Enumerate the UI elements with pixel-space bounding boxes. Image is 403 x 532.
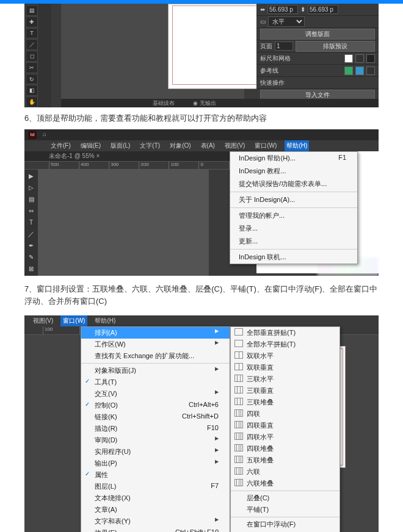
layout-icon [234,340,243,347]
canvas-area [61,4,244,101]
line-tool-icon[interactable]: ／ [26,229,37,240]
menu-item[interactable]: 帮助(H) [285,140,309,151]
arrange-menu-item[interactable]: 六联堆叠 [231,478,339,489]
window-menu-item[interactable]: 查找有关 Exchange 的扩展功能... [81,350,230,362]
window-menu-item[interactable]: ✓属性 [81,469,230,481]
pencil-tool-icon[interactable]: ✎ [26,252,37,263]
layout-icon [234,386,243,394]
window-menu-item[interactable]: 实用程序(U) [81,446,230,458]
window-menu-item[interactable]: 文章(A) [81,504,230,516]
pen-tool-icon[interactable]: ✒ [26,240,37,251]
tool-item[interactable]: ✋ [26,96,38,107]
caption-6: 6、顶部是帮助功能，需要查看功能和教程就可以打开官方的帮助内容 [24,112,379,124]
window-menu-item[interactable]: 描边(R)F10 [81,423,230,434]
tool-item[interactable]: ▤ [26,5,38,16]
help-menu-item[interactable]: 更新... [230,235,357,248]
window-menu-item[interactable]: 效果(E)Ctrl+Shift+F10 [81,527,230,532]
window-dropdown-menu: 排列(A)工作区(W)查找有关 Exchange 的扩展功能...对象和版面(J… [81,326,230,532]
swatch-icon[interactable] [366,66,375,75]
home-icon[interactable]: ⌂ [40,131,49,139]
arrange-menu-item[interactable]: 三联堆叠 [231,397,339,408]
swatch-icon[interactable] [355,66,364,75]
menu-item[interactable]: 对象(O) [168,140,192,151]
menu-help[interactable]: 帮助(H) [92,315,118,326]
help-menu-item[interactable]: 登录... [230,222,357,235]
tool-item[interactable]: T [26,28,38,39]
arrange-menu-item[interactable]: 在窗口中浮动(F) [231,519,339,530]
arrange-menu-item[interactable]: 三联垂直 [231,385,339,397]
width-input[interactable] [267,5,298,14]
arrange-menu-item[interactable]: 五联堆叠 [231,455,339,466]
arrange-menu-item[interactable]: 平铺(T) [231,504,339,516]
tool-item[interactable]: ◧ [26,85,38,96]
arrange-menu-item[interactable]: 全部水平拼贴(T) [231,339,339,350]
help-menu-item[interactable]: InDesign 联机... [230,251,357,264]
window-menu-item[interactable]: ✓控制(O)Ctrl+Alt+6 [81,400,230,411]
arrange-menu-item[interactable]: 四联 [231,408,339,420]
tools-panel: ▤ ✚ T ／ ◻ ✂ ↻ ◧ ✋ [24,4,51,107]
caption-7: 7、窗口排列设置：五联堆叠、六联、六联堆叠、层叠(C)、平铺(T)、在窗口中浮动… [24,283,379,309]
arrange-menu-item[interactable]: 四联垂直 [231,420,339,431]
arrange-menu-item[interactable]: 六联 [231,466,339,478]
pages-input[interactable] [275,41,293,51]
menu-item[interactable]: 版面(L) [109,140,132,151]
menu-window[interactable]: 窗口(W) [60,315,87,326]
swatch-icon[interactable] [366,54,375,63]
help-menu-item[interactable]: 关于 InDesign(A)... [230,193,357,206]
layout-icon [234,444,243,451]
type-tool-icon[interactable]: T [26,217,37,228]
help-dropdown-menu: InDesign 帮助(H)...F1InDesign 教程...提交错误报告/… [230,151,358,264]
swatch-icon[interactable] [344,66,353,75]
menu-item[interactable]: 表(A) [199,140,217,151]
arrange-menu-item[interactable]: 层叠(C) [231,492,339,504]
orientation-select[interactable]: 水平 [268,16,305,27]
window-menu-item[interactable]: 工作区(W) [81,339,230,350]
help-menu-item[interactable]: 提交错误报告/功能需求表单... [230,178,357,190]
help-menu-item[interactable]: InDesign 教程... [230,165,357,178]
help-menu-item[interactable]: InDesign 帮助(H)...F1 [230,152,357,165]
status-bar: 基础设布◉ 无输出 [61,99,379,107]
menu-bar: 文件(F)编辑(E)版面(L)文字(T)对象(O)表(A)视图(V)窗口(W)帮… [24,140,379,151]
rect-frame-tool-icon[interactable]: ⊠ [26,264,37,275]
direct-select-tool-icon[interactable]: ▷ [26,182,37,193]
help-menu-item[interactable]: 管理我的帐户... [230,209,357,222]
swatch-icon[interactable] [355,54,364,63]
tool-item[interactable]: ✚ [26,16,38,27]
window-menu-item[interactable]: 图层(L)F7 [81,481,230,492]
menu-item[interactable]: 文件(F) [49,140,73,151]
menu-item[interactable]: 视图(V) [223,140,247,151]
arrange-menu-item[interactable]: 三联水平 [231,373,339,385]
window-menu-item[interactable]: 输出(P) [81,458,230,469]
arrange-menu-item[interactable]: 全部垂直拼贴(T) [231,327,339,339]
adjust-layout-button[interactable]: 调整版面 [260,29,375,40]
layout-icon [234,351,243,359]
arrange-menu-item[interactable]: 四联堆叠 [231,443,339,455]
menu-item[interactable]: 文字(T) [138,140,162,151]
selection-tool-icon[interactable]: ▶ [26,171,37,182]
window-menu-item[interactable]: 链接(K)Ctrl+Shift+D [81,411,230,423]
tool-item[interactable]: ✂ [26,62,38,73]
window-menu-item[interactable]: 审阅(D) [81,434,230,446]
tool-item[interactable]: ／ [26,39,38,50]
page-margin-guide [172,5,270,85]
tool-item[interactable]: ↻ [26,74,38,85]
tool-item[interactable]: ◻ [26,51,38,62]
window-menu-item[interactable]: ✓工具(T) [81,376,230,388]
menu-view[interactable]: 视图(V) [31,315,56,326]
window-menu-item[interactable]: 对象和版面(J) [81,365,230,376]
menu-item[interactable]: 窗口(W) [253,140,278,151]
swatch-icon[interactable] [344,54,353,63]
screenshot-window-arrange-menu: 视图(V) 窗口(W) 帮助(H) 1002003004005006007008… [24,315,379,532]
arrange-menu-item[interactable]: 双联水平 [231,350,339,362]
window-menu-item[interactable]: 排列(A) [81,327,230,339]
arrange-menu-item[interactable]: 双联垂直 [231,362,339,373]
facing-pages-button[interactable]: 排版预设 [296,41,375,52]
window-menu-item[interactable]: 交互(V) [81,388,230,400]
window-menu-item[interactable]: 文本绕排(X) [81,492,230,504]
window-menu-item[interactable]: 文字和表(Y) [81,516,230,527]
page-tool-icon[interactable]: ▤ [26,194,37,205]
menu-item[interactable]: 编辑(E) [79,140,103,151]
arrange-menu-item[interactable]: 四联水平 [231,431,339,443]
height-input[interactable] [308,5,338,14]
gap-tool-icon[interactable]: ⇔ [26,206,37,217]
